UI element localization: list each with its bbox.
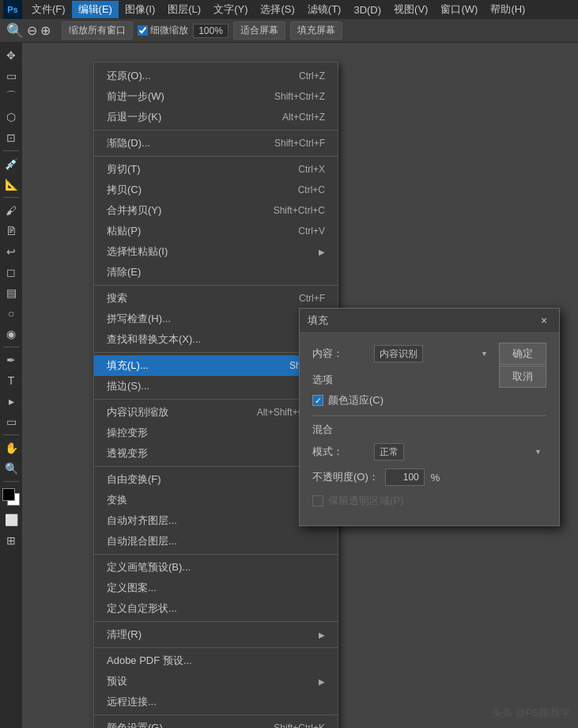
menu-file[interactable]: 文件(F) (25, 1, 72, 18)
menu-filter[interactable]: 滤镜(T) (301, 1, 348, 18)
brush-tool[interactable]: 🖌 (2, 201, 21, 220)
menu-define-pattern[interactable]: 定义图案... (94, 578, 338, 598)
menu-edit[interactable]: 编辑(E) (72, 1, 119, 18)
menu-cut[interactable]: 剪切(T) Ctrl+X (94, 159, 338, 180)
menu-purge[interactable]: 清理(R) ▶ (94, 624, 338, 645)
fine-zoom-checkbox[interactable] (138, 25, 148, 36)
opacity-input[interactable] (385, 468, 425, 486)
sep1 (94, 130, 338, 131)
sep8 (94, 621, 338, 622)
preserve-checkbox[interactable] (312, 495, 323, 506)
preserve-row: 保留透明区域(P) (312, 494, 546, 508)
screen-mode-tool[interactable]: ⊞ (2, 531, 21, 550)
confirm-button[interactable]: 确定 (499, 343, 546, 365)
menu-fade[interactable]: 渐隐(D)... Shift+Ctrl+F (94, 133, 338, 154)
menu-step-forward[interactable]: 前进一步(W) Shift+Ctrl+Z (94, 86, 338, 107)
move-tool[interactable]: ✥ (2, 46, 21, 65)
zoom-tool[interactable]: 🔍 (2, 459, 21, 478)
canvas-area: 还原(O)... Ctrl+Z 前进一步(W) Shift+Ctrl+Z 后退一… (22, 43, 578, 728)
color-adapt-checkbox[interactable]: ✓ (312, 395, 323, 406)
lasso-tool[interactable]: ⌒ (2, 87, 21, 106)
history-brush-tool[interactable]: ↩ (2, 242, 21, 261)
menu-select[interactable]: 选择(S) (254, 1, 300, 18)
sep2 (94, 156, 338, 157)
mode-select-wrapper: 正常 (374, 443, 546, 461)
menu-auto-blend[interactable]: 自动混合图层... (94, 531, 338, 552)
fill-screen-btn[interactable]: 填充屏幕 (290, 21, 342, 40)
dialog-close-button[interactable]: × (537, 313, 551, 328)
mode-select[interactable]: 正常 (374, 443, 404, 461)
mode-label: 模式： (312, 445, 368, 459)
menu-define-custom-shape[interactable]: 定义自定形状... (94, 598, 338, 619)
eyedropper-tool[interactable]: 💉 (2, 154, 21, 173)
opacity-unit: % (431, 472, 440, 483)
menu-undo[interactable]: 还原(O)... Ctrl+Z (94, 66, 338, 86)
eraser-tool[interactable]: ◻ (2, 263, 21, 282)
menu-search[interactable]: 搜索 Ctrl+F (94, 288, 338, 309)
text-tool[interactable]: T (2, 371, 21, 390)
menu-view[interactable]: 视图(V) (387, 1, 434, 18)
content-select-wrapper: 内容识别 (374, 345, 493, 362)
zoom-out-icon[interactable]: ⊖ (27, 23, 37, 38)
gradient-tool[interactable]: ▤ (2, 283, 21, 302)
watermark: 头条 @PS跟我学 (492, 706, 570, 720)
zoom-in-icon[interactable]: ⊕ (40, 23, 51, 38)
fit-screen-btn[interactable]: 适合屏幕 (233, 21, 285, 40)
menu-paste[interactable]: 粘贴(P) Ctrl+V (94, 221, 338, 241)
color-swatch[interactable] (2, 488, 20, 506)
blend-section: 混合 模式： 正常 不透明度(O)： % (312, 415, 546, 508)
menu-define-brush[interactable]: 定义画笔预设(B)... (94, 557, 338, 578)
opacity-label: 不透明度(O)： (312, 470, 379, 484)
left-toolbar: ✥ ▭ ⌒ ⬡ ⊡ 💉 📐 🖌 🖹 ↩ ◻ ▤ ○ ◉ ✒ T ▸ ▭ ✋ 🔍 (0, 43, 22, 728)
main-area: ✥ ▭ ⌒ ⬡ ⊡ 💉 📐 🖌 🖹 ↩ ◻ ▤ ○ ◉ ✒ T ▸ ▭ ✋ 🔍 (0, 43, 578, 728)
opacity-row: 不透明度(O)： % (312, 468, 546, 486)
pen-tool[interactable]: ✒ (2, 351, 21, 370)
zoom-value-input[interactable] (193, 24, 229, 38)
menu-layer[interactable]: 图层(L) (161, 1, 207, 18)
menu-color-settings[interactable]: 颜色设置(G)... Shift+Ctrl+K (94, 718, 338, 728)
menu-image[interactable]: 图像(I) (119, 1, 161, 18)
ruler-tool[interactable]: 📐 (2, 175, 21, 194)
ps-logo: Ps (3, 0, 22, 19)
sep3 (94, 285, 338, 286)
quick-mask-tool[interactable]: ⬜ (2, 510, 21, 529)
menu-adobe-pdf[interactable]: Adobe PDF 预设... (94, 650, 338, 671)
menu-remote-connect[interactable]: 远程连接... (94, 692, 338, 712)
marquee-tool[interactable]: ▭ (2, 66, 21, 85)
menu-copy-merged[interactable]: 合并拷贝(Y) Shift+Ctrl+C (94, 200, 338, 221)
foreground-color-swatch[interactable] (2, 488, 15, 501)
menu-step-backward[interactable]: 后退一步(K) Alt+Ctrl+Z (94, 107, 338, 127)
menu-copy[interactable]: 拷贝(C) Ctrl+C (94, 180, 338, 200)
menu-clear[interactable]: 清除(E) (94, 262, 338, 282)
preserve-label: 保留透明区域(P) (328, 494, 403, 508)
menu-text[interactable]: 文字(Y) (207, 1, 254, 18)
menu-paste-special[interactable]: 选择性粘贴(I) ▶ (94, 241, 338, 262)
clone-stamp-tool[interactable]: 🖹 (2, 222, 21, 241)
blend-section-label: 混合 (312, 423, 546, 437)
blur-tool[interactable]: ○ (2, 304, 21, 323)
menu-window[interactable]: 窗口(W) (434, 1, 484, 18)
crop-tool[interactable]: ⊡ (2, 128, 21, 147)
path-select-tool[interactable]: ▸ (2, 392, 21, 411)
quick-select-tool[interactable]: ⬡ (2, 108, 21, 127)
fine-zoom-checkbox-label[interactable]: 细微缩放 (138, 24, 188, 37)
dialog-title: 填充 (308, 313, 328, 328)
dodge-tool[interactable]: ◉ (2, 324, 21, 343)
content-select[interactable]: 内容识别 (374, 345, 423, 362)
menu-presets[interactable]: 预设 ▶ (94, 671, 338, 692)
zoom-tool-icon[interactable]: 🔍 (6, 22, 24, 40)
cancel-button[interactable]: 取消 (499, 366, 546, 388)
menu-help[interactable]: 帮助(H) (484, 1, 531, 18)
fill-dialog: 填充 × 内容： 内容识别 确定 选项 (299, 308, 560, 526)
zoom-all-windows-btn[interactable]: 缩放所有窗口 (62, 21, 133, 40)
color-adapt-label: 颜色适应(C) (328, 393, 383, 408)
shape-tool[interactable]: ▭ (2, 412, 21, 431)
menu-3d[interactable]: 3D(D) (347, 2, 387, 17)
mode-row: 模式： 正常 (312, 443, 546, 461)
hand-tool[interactable]: ✋ (2, 438, 21, 457)
dialog-body: 内容： 内容识别 确定 选项 ✓ 颜色适应(C) (300, 333, 559, 525)
sep10 (94, 715, 338, 715)
menu-bar: Ps 文件(F) 编辑(E) 图像(I) 图层(L) 文字(Y) 选择(S) 滤… (0, 0, 578, 19)
sep7 (94, 554, 338, 555)
color-adapt-row: ✓ 颜色适应(C) (312, 393, 546, 408)
